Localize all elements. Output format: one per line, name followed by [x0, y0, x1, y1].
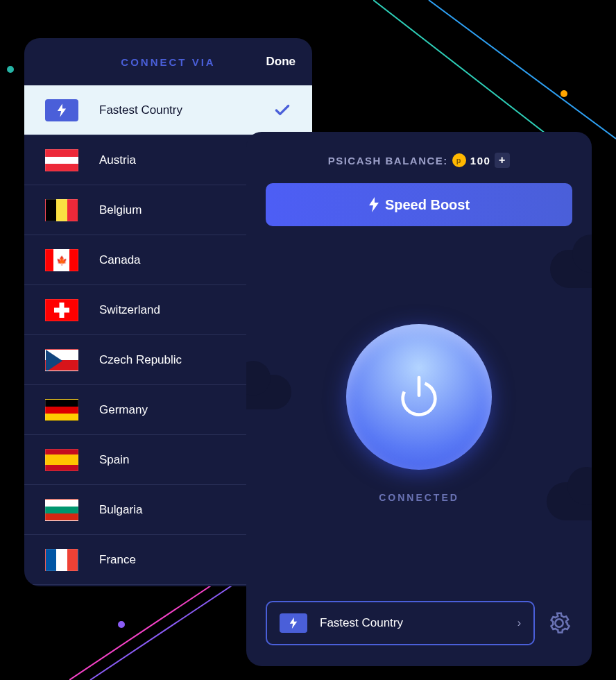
region-selector-label: Fastest Country: [320, 616, 403, 630]
flag-icon-fastest: [45, 99, 78, 121]
flag-icon-de: [45, 399, 78, 421]
lightning-flag-icon: [280, 613, 307, 633]
flag-icon-fr: [45, 549, 78, 571]
psicash-coin-icon: p: [452, 153, 466, 167]
lightning-icon: [368, 197, 379, 212]
main-panel: PSICASH BALANCE: p 100 + Speed Boost CON…: [246, 132, 592, 666]
country-item-fastest[interactable]: Fastest Country: [24, 85, 312, 135]
psicash-balance-row: PSICASH BALANCE: p 100 +: [266, 153, 572, 168]
speed-boost-label: Speed Boost: [385, 197, 470, 213]
country-label: Spain: [99, 453, 129, 467]
decorative-dot: [7, 66, 14, 73]
flag-icon-ch: [45, 299, 78, 321]
power-area: CONNECTED: [266, 226, 572, 601]
country-label: Austria: [99, 153, 136, 167]
flag-icon-cz: [45, 349, 78, 371]
chevron-right-icon: ›: [517, 617, 521, 629]
country-label: Germany: [99, 403, 148, 417]
check-icon: [273, 101, 291, 119]
gear-icon: [547, 611, 571, 635]
decorative-dot: [118, 621, 125, 628]
connection-status: CONNECTED: [379, 492, 459, 503]
region-selector[interactable]: Fastest Country ›: [266, 601, 535, 645]
svg-line-1: [429, 0, 616, 139]
psicash-add-button[interactable]: +: [495, 153, 510, 168]
settings-button[interactable]: [546, 610, 572, 636]
country-label: Czech Republic: [99, 353, 182, 367]
power-icon: [395, 373, 443, 421]
bottom-actions: Fastest Country ›: [266, 601, 572, 645]
flag-icon-es: [45, 449, 78, 471]
country-label: Switzerland: [99, 303, 160, 317]
country-label: Bulgaria: [99, 503, 142, 517]
flag-icon-at: [45, 149, 78, 171]
country-list-title: CONNECT VIA: [121, 56, 215, 68]
flag-icon-ca: [45, 249, 78, 271]
decorative-dot: [561, 90, 567, 97]
done-button[interactable]: Done: [266, 55, 296, 69]
power-button[interactable]: [346, 324, 492, 470]
speed-boost-button[interactable]: Speed Boost: [266, 183, 572, 226]
psicash-amount: 100: [470, 155, 491, 167]
country-label: Fastest Country: [99, 103, 182, 117]
country-label: Canada: [99, 253, 141, 267]
flag-icon-be: [45, 199, 78, 221]
country-label: France: [99, 553, 136, 567]
country-label: Belgium: [99, 203, 142, 217]
country-list-header: CONNECT VIA Done: [24, 38, 312, 85]
psicash-label: PSICASH BALANCE:: [328, 155, 448, 167]
flag-icon-bg: [45, 499, 78, 521]
